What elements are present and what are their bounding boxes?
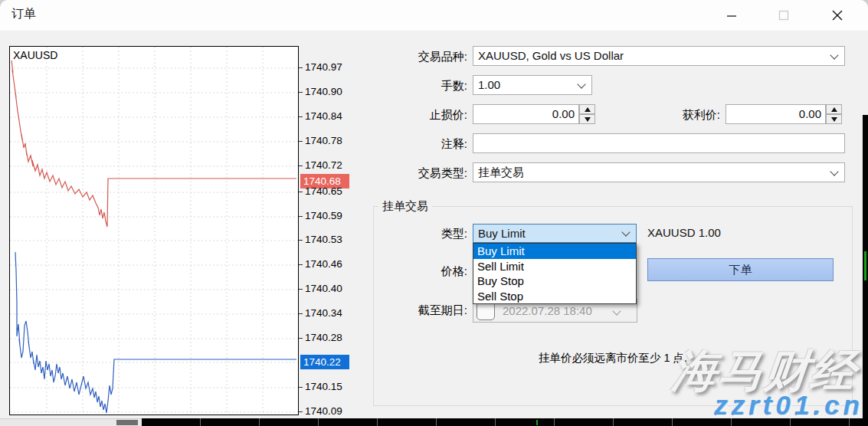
symbol-select[interactable]: XAUUSD, Gold vs US Dollar <box>473 46 845 66</box>
chevron-down-icon <box>612 306 621 315</box>
dropdown-option[interactable]: Buy Stop <box>473 274 636 289</box>
price-axis-tick <box>299 264 303 265</box>
comment-label: 注释: <box>360 137 467 152</box>
price-axis-label: 1740.72 <box>305 159 342 171</box>
takeprofit-stepper <box>826 104 842 124</box>
pending-type-select-value: Buy Limit <box>478 227 526 240</box>
titlebar: 订单 <box>0 0 868 31</box>
tick-chart: XAUUSD <box>9 46 299 415</box>
volume-label: 手数: <box>360 79 467 93</box>
chevron-down-icon <box>830 51 838 59</box>
price-axis-label: 1740.15 <box>305 381 342 392</box>
price-axis-tick <box>299 313 303 314</box>
volume-select-value: 1.00 <box>478 78 500 91</box>
expiry-label: 截至期日: <box>360 303 467 318</box>
price-axis-tick <box>299 289 303 290</box>
takeprofit-increment-button[interactable] <box>826 104 842 114</box>
maximize-button[interactable] <box>766 0 801 31</box>
close-icon <box>831 9 843 21</box>
takeprofit-label: 获利价: <box>628 108 720 123</box>
chevron-down-icon <box>577 80 585 88</box>
minimize-button[interactable] <box>714 0 749 31</box>
price-label: 价格: <box>360 264 467 279</box>
volume-select[interactable]: 1.00 <box>473 75 592 95</box>
takeprofit-decrement-button[interactable] <box>826 114 842 124</box>
dropdown-option[interactable]: Buy Limit <box>473 244 636 259</box>
price-axis-label: 1740.53 <box>305 234 342 245</box>
price-axis-label: 1740.84 <box>305 110 342 122</box>
pending-type-select[interactable]: Buy Limit <box>473 224 637 243</box>
symbol-label: 交易品种: <box>360 50 467 64</box>
price-axis-tick <box>299 216 303 217</box>
comment-input[interactable] <box>473 133 845 153</box>
expiry-value: 2022.07.28 18:40 <box>503 304 592 317</box>
order-summary: XAUUSD 1.00 <box>647 226 721 239</box>
price-axis-label: 1740.97 <box>305 61 342 73</box>
order-type-select-value: 挂单交易 <box>478 165 524 179</box>
order-type-label: 交易类型: <box>360 166 467 181</box>
place-order-button[interactable]: 下单 <box>647 258 834 281</box>
price-axis-tick <box>299 387 303 388</box>
price-axis-tick <box>299 338 303 339</box>
takeprofit-input[interactable]: 0.00 <box>726 104 826 124</box>
price-axis-label: 1740.46 <box>305 258 342 270</box>
dropdown-option[interactable]: Sell Stop <box>473 289 636 304</box>
pending-order-group-title: 挂单交易 <box>378 199 432 214</box>
stoploss-increment-button[interactable] <box>579 104 595 114</box>
chevron-down-icon <box>830 167 838 175</box>
expiry-checkbox[interactable] <box>477 302 495 320</box>
scrollbar-thumb[interactable] <box>116 420 138 425</box>
price-axis-tick <box>299 141 303 142</box>
price-axis-label: 1740.78 <box>305 135 342 146</box>
price-axis-label: 1740.34 <box>305 307 342 319</box>
bid-price-tag: 1740.22 <box>300 355 349 369</box>
arrow-down-icon <box>831 117 837 122</box>
price-axis-label: 1740.28 <box>305 332 342 343</box>
arrow-up-icon <box>585 107 591 112</box>
price-axis-tick <box>299 192 303 192</box>
pending-type-label: 类型: <box>360 227 467 241</box>
tick-chart-plot <box>10 47 298 415</box>
arrow-up-icon <box>831 107 837 112</box>
watermark-url: zzrt01.cn <box>714 390 863 421</box>
chart-symbol-label: XAUUSD <box>13 49 57 61</box>
dialog-title: 订单 <box>11 6 36 22</box>
price-axis-tick <box>299 240 303 241</box>
price-axis-label: 1740.59 <box>305 210 342 221</box>
maximize-icon <box>778 10 789 21</box>
price-axis-tick <box>299 116 303 117</box>
background-axis-mark <box>536 420 538 425</box>
price-axis-label: 1740.90 <box>305 86 342 97</box>
chevron-down-icon <box>621 228 630 236</box>
price-scale: 1740.68 1740.22 1740.971740.901740.84174… <box>299 46 352 415</box>
price-axis-tick <box>299 165 303 166</box>
price-axis-tick <box>299 411 303 412</box>
stoploss-label: 止损价: <box>360 108 467 123</box>
order-dialog: 订单 XAUUSD 1740.68 1740.22 1740.971740.90… <box>0 0 868 426</box>
price-axis-tick <box>299 67 303 68</box>
symbol-select-value: XAUUSD, Gold vs US Dollar <box>478 49 624 62</box>
pending-type-dropdown-list: Buy LimitSell LimitBuy StopSell Stop <box>473 243 637 304</box>
arrow-down-icon <box>585 117 591 122</box>
price-axis-label: 1740.09 <box>305 405 342 417</box>
order-type-select[interactable]: 挂单交易 <box>473 162 845 182</box>
stoploss-decrement-button[interactable] <box>579 114 595 124</box>
price-axis-label: 1740.65 <box>305 185 342 197</box>
minimize-icon <box>726 10 737 21</box>
background-candle-mark <box>864 251 866 280</box>
close-button[interactable] <box>820 0 855 31</box>
price-axis-tick <box>299 92 303 93</box>
price-axis-label: 1740.40 <box>305 283 342 294</box>
stoploss-input[interactable]: 0.00 <box>473 104 579 124</box>
dropdown-option[interactable]: Sell Limit <box>473 259 636 274</box>
stoploss-stepper <box>579 104 595 124</box>
